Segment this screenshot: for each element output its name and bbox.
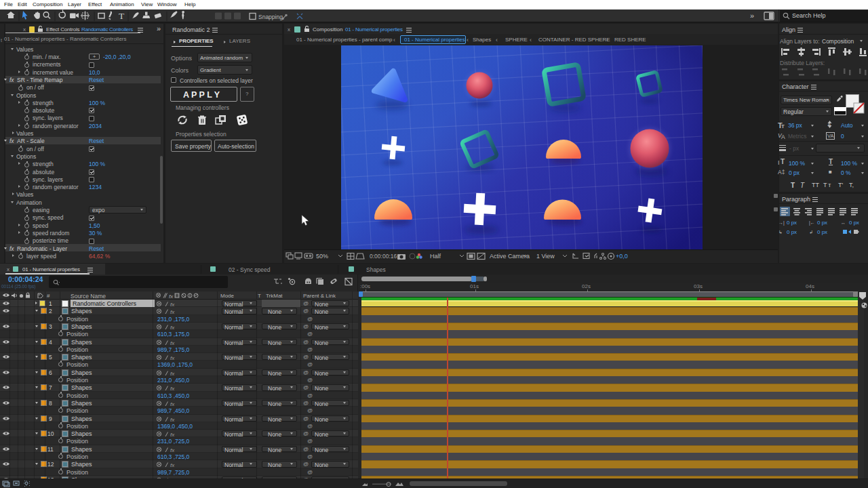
svg-text:fx: fx bbox=[170, 401, 175, 407]
svg-text:1 View: 1 View bbox=[536, 253, 555, 260]
svg-text:Snapping: Snapping bbox=[258, 14, 283, 20]
svg-text:A: A bbox=[828, 122, 831, 127]
svg-text:fx: fx bbox=[170, 447, 175, 453]
svg-text:fx: fx bbox=[170, 371, 175, 376]
svg-text:0:00:00:16: 0:00:00:16 bbox=[370, 253, 397, 260]
svg-text:fx: fx bbox=[170, 340, 175, 346]
svg-text:fx: fx bbox=[170, 386, 175, 391]
svg-text:fx: fx bbox=[170, 417, 175, 422]
svg-text:fx: fx bbox=[170, 309, 175, 314]
svg-text:fx: fx bbox=[170, 302, 175, 307]
svg-text:50%: 50% bbox=[316, 253, 328, 260]
svg-text:T: T bbox=[119, 11, 125, 21]
svg-text:Active Camera: Active Camera bbox=[490, 253, 530, 260]
svg-text:fx: fx bbox=[170, 325, 175, 330]
svg-text:Half: Half bbox=[430, 253, 441, 260]
svg-text:fx: fx bbox=[170, 432, 175, 437]
svg-text:fx: fx bbox=[169, 293, 174, 300]
svg-text:fx: fx bbox=[170, 462, 175, 468]
svg-text:fx: fx bbox=[170, 355, 175, 361]
